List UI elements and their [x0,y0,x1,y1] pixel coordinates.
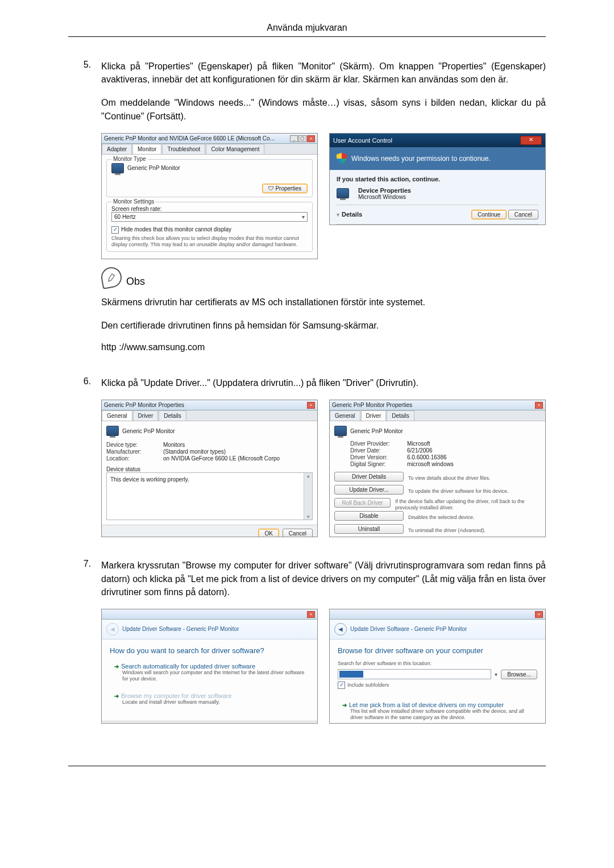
step-6-screenshots: Generic PnP Monitor Properties × General… [101,400,546,537]
breadcrumb: Update Driver Software - Generic PnP Mon… [350,626,467,632]
note-p2: Den certifierade drivrutinen finns på he… [101,319,546,332]
close-button[interactable]: × [307,135,315,142]
option-search-auto[interactable]: ➔Search automatically for updated driver… [113,661,306,685]
browse-button[interactable]: Browse... [501,670,537,679]
tab-details[interactable]: Details [159,410,186,421]
tab-driver[interactable]: Driver [133,410,159,421]
option-desc: Locate and install driver software manua… [122,699,305,705]
uninstall-desc: To uninstall the driver (Advanced). [408,528,486,534]
refresh-rate-label: Screen refresh rate: [111,206,308,212]
note-p1: Skärmens drivrutin har certifierats av M… [101,296,546,309]
monitor-type-value: Generic PnP Monitor [111,163,180,173]
tab-troubleshoot[interactable]: Troubleshoot [162,144,205,154]
tab-general[interactable]: General [330,410,360,421]
include-subfolders-label: Include subfolders [347,682,389,688]
close-button[interactable]: × [535,402,543,409]
rollback-driver-desc: If the device fails after updating the d… [395,499,541,512]
arrow-icon: ➔ [342,702,347,708]
uac-headline: Windows needs your permission to contion… [351,155,491,163]
cancel-button[interactable]: Cancel [283,529,313,537]
close-button[interactable]: × [307,402,315,409]
include-subfolders-checkbox[interactable]: ✓ [338,682,345,689]
tab-details[interactable]: Details [387,410,414,421]
device-status-legend: Device status [106,466,313,472]
update-driver-button[interactable]: Update Driver... [334,485,404,495]
back-button[interactable]: ◄ [106,623,119,636]
device-name: Generic PnP Monitor [350,428,403,434]
option-label: Browse my computer for driver software [121,692,231,699]
driver-date-label: Driver Date: [350,447,401,454]
close-button[interactable]: × [307,611,315,618]
dialog-device-driver: Generic PnP Monitor Properties × General… [329,400,546,537]
uac-program-name: Device Properties [358,187,411,194]
location-combobox[interactable] [338,669,491,679]
rollback-driver-button[interactable]: Roll Back Driver [334,498,391,508]
step-6-para-1: Klicka på "Update Driver..." (Uppdatera … [101,376,546,389]
tab-monitor[interactable]: Monitor [132,144,161,154]
tab-general[interactable]: General [102,410,132,421]
page: Använda mjukvaran 5. Klicka på "Properti… [0,0,614,800]
monitor-icon [111,163,124,173]
group-monitor-settings: Monitor Settings Screen refresh rate: 60… [106,202,313,252]
arrow-icon: ➔ [114,663,119,670]
option-label: Search automatically for updated driver … [121,663,255,670]
details-toggle[interactable]: Details [342,211,362,218]
dialog-monitor-properties: Generic PnP Monitor and NVIDIA GeForce 6… [101,133,318,259]
tab-driver[interactable]: Driver [361,410,387,421]
device-type-label: Device type: [106,442,157,448]
location-label: Location: [106,455,157,462]
uninstall-button[interactable]: Uninstall [334,524,404,534]
ok-button[interactable]: OK [258,529,279,537]
refresh-rate-select[interactable]: 60 Hertz [111,212,308,222]
step-5: 5. Klicka på "Properties" (Egenskaper) p… [68,60,546,363]
manufacturer-value: (Standard monitor types) [163,448,226,455]
option-let-me-pick[interactable]: ➔Let me pick from a list of device drive… [341,699,534,724]
titlebar: Generic PnP Monitor and NVIDIA GeForce 6… [102,134,317,144]
tab-color-management[interactable]: Color Management [206,144,264,154]
titlebar: Generic PnP Monitor Properties × [102,400,317,410]
hide-modes-label: Hide modes that this monitor cannot disp… [121,226,231,232]
driver-details-button[interactable]: Driver Details [334,472,404,481]
tab-adapter[interactable]: Adapter [102,144,132,154]
search-location-label: Search for driver software in this locat… [338,661,537,667]
step-5-para-2: Om meddelande "Windows needs..." (Window… [101,96,546,122]
close-button[interactable]: × [535,611,543,618]
step-5-para-1: Klicka på "Properties" (Egenskaper) på f… [101,60,546,86]
window-title: Generic PnP Monitor Properties [332,402,412,408]
digital-signer-value: microsoft windows [407,461,454,467]
step-7: 7. Markera kryssrutan "Browse my compute… [68,559,546,732]
device-type-value: Monitors [163,442,185,448]
continue-button[interactable]: Continue [471,210,507,219]
maximize-button[interactable]: ▢ [298,135,306,142]
close-button[interactable]: ✕ [520,136,542,145]
group-legend: Monitor Settings [111,198,156,205]
driver-version-label: Driver Version: [350,454,401,460]
window-buttons: _▢× [289,135,315,142]
steps-list: 5. Klicka på "Properties" (Egenskaper) p… [68,60,546,732]
shield-icon [337,153,347,164]
page-header: Använda mjukvaran [68,23,546,37]
arrow-icon: ➔ [114,693,119,699]
dialog-uac: User Account Control ✕ Windows needs you… [329,133,546,225]
digital-signer-label: Digital Signer: [350,461,401,467]
group-legend: Monitor Type [111,156,148,162]
option-browse-computer[interactable]: ➔Browse my computer for driver software … [113,690,306,708]
device-status-text: This device is working properly. [110,476,189,483]
manufacturer-label: Manufacturer: [106,448,157,455]
uac-headline-band: Windows needs your permission to contion… [330,147,545,170]
cancel-button[interactable]: Cancel [508,210,538,219]
disable-button[interactable]: Disable [334,511,404,521]
properties-button[interactable]: 🛡 Properties [262,184,308,193]
titlebar: User Account Control ✕ [330,134,545,147]
scrollbar[interactable]: ▴▾ [304,473,312,520]
update-driver-desc: To update the driver software for this d… [408,488,509,495]
hide-modes-desc: Clearing this check box allows you to se… [111,235,308,248]
note-icon [99,265,123,289]
window-title: Generic PnP Monitor Properties [104,402,184,408]
program-icon [337,188,349,198]
dialog-device-general: Generic PnP Monitor Properties × General… [101,400,318,537]
uac-if-started: If you started this action, continue. [337,176,538,182]
back-button[interactable]: ◄ [334,623,347,636]
hide-modes-checkbox[interactable]: ✓ [111,226,119,234]
minimize-button[interactable]: _ [290,135,298,142]
